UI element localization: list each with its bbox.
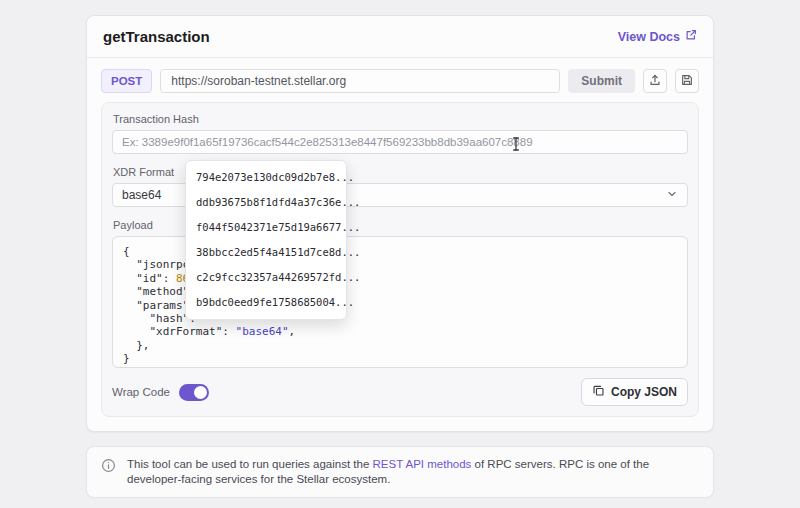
text-cursor xyxy=(511,136,521,156)
json-line: { xyxy=(123,245,130,258)
chevron-down-icon xyxy=(666,188,678,203)
transaction-hash-label: Transaction Hash xyxy=(113,113,688,125)
copy-icon xyxy=(592,384,605,400)
submit-button[interactable]: Submit xyxy=(568,69,635,93)
hash-suggestion-item[interactable]: ddb93675b8f1dfd4a37c36e... xyxy=(186,190,346,215)
json-line: , xyxy=(289,325,296,338)
hash-suggestion-item[interactable]: b9bdc0eed9fe1758685004... xyxy=(186,290,346,315)
hash-suggestions-popup: 794e2073e130dc09d2b7e8... ddb93675b8f1df… xyxy=(185,160,347,320)
get-transaction-card: getTransaction View Docs POST Submit xyxy=(86,15,714,432)
share-button[interactable] xyxy=(643,69,667,93)
info-text-before: This tool can be used to run queries aga… xyxy=(127,458,373,470)
info-banner-text: This tool can be used to run queries aga… xyxy=(127,457,693,487)
json-line: "id": xyxy=(123,272,176,285)
json-line: }, xyxy=(123,339,150,352)
json-string-token: "base64" xyxy=(236,325,289,338)
share-icon xyxy=(648,73,662,90)
page: getTransaction View Docs POST Submit xyxy=(0,15,800,508)
hash-suggestion-item[interactable]: 38bbcc2ed5f4a4151d7ce8d... xyxy=(186,240,346,265)
info-icon xyxy=(101,458,116,477)
page-title: getTransaction xyxy=(103,28,210,45)
json-line: "xdrFormat": xyxy=(123,325,236,338)
copy-json-button[interactable]: Copy JSON xyxy=(581,378,688,406)
copy-json-label: Copy JSON xyxy=(611,385,677,399)
card-header: getTransaction View Docs xyxy=(87,16,713,58)
xdr-format-value: base64 xyxy=(122,188,161,202)
rest-api-methods-link[interactable]: REST API methods xyxy=(373,458,472,470)
external-link-icon xyxy=(685,29,697,44)
panel-footer: Wrap Code Copy JSON xyxy=(112,378,688,406)
hash-suggestion-item[interactable]: 794e2073e130dc09d2b7e8... xyxy=(186,165,346,190)
transaction-hash-input[interactable] xyxy=(112,130,688,154)
save-icon xyxy=(680,73,694,90)
view-docs-link[interactable]: View Docs xyxy=(618,29,697,44)
request-bar: POST Submit xyxy=(87,58,713,102)
wrap-code-toggle[interactable] xyxy=(179,384,209,401)
toggle-knob xyxy=(194,386,207,399)
view-docs-label: View Docs xyxy=(618,30,680,44)
url-input[interactable] xyxy=(160,69,560,93)
save-button[interactable] xyxy=(675,69,699,93)
hash-suggestion-item[interactable]: c2c9fcc32357a44269572fd... xyxy=(186,265,346,290)
hash-suggestion-item[interactable]: f044f5042371e75d19a6677... xyxy=(186,215,346,240)
method-badge: POST xyxy=(101,69,152,93)
json-line: } xyxy=(123,352,130,365)
info-banner: This tool can be used to run queries aga… xyxy=(86,446,714,498)
wrap-code-label: Wrap Code xyxy=(112,386,170,398)
